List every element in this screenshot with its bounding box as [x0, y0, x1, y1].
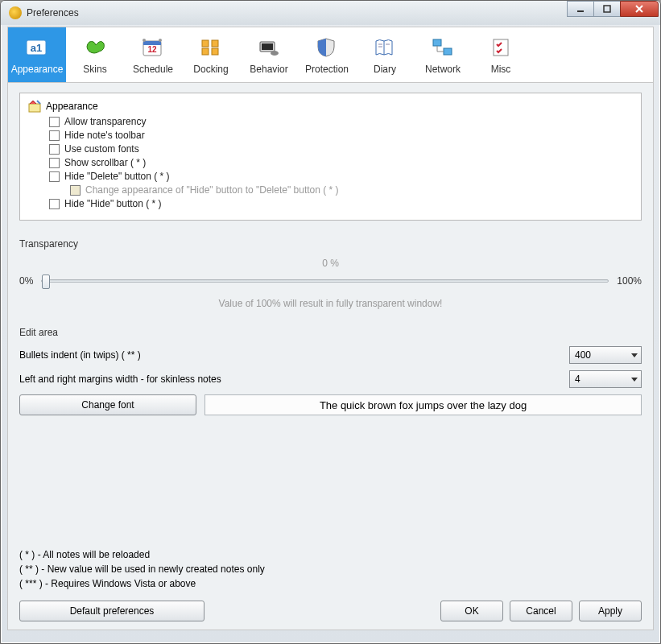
svg-rect-23: [29, 104, 40, 112]
select-value: 4: [575, 374, 580, 385]
edit-area-title: Edit area: [19, 327, 642, 338]
tab-protection[interactable]: Protection: [298, 27, 356, 82]
behavior-icon: [256, 35, 282, 60]
ok-button[interactable]: OK: [440, 601, 503, 621]
svg-rect-10: [212, 40, 218, 47]
apply-button[interactable]: Apply: [579, 601, 642, 621]
tab-docking[interactable]: Docking: [182, 27, 240, 82]
tab-misc[interactable]: Misc: [472, 27, 530, 82]
checkbox-icon[interactable]: [49, 158, 60, 168]
tab-network[interactable]: Network: [414, 27, 472, 82]
tab-label: Docking: [193, 64, 228, 75]
font-sample: The quick brown fox jumps over the lazy …: [204, 394, 642, 415]
tab-label: Protection: [305, 64, 349, 75]
protection-icon: [314, 35, 340, 60]
svg-rect-0: [577, 10, 584, 12]
checkbox-icon[interactable]: [49, 144, 60, 155]
tabstrip: a1 Appearance Skins 12 Schedule Docking …: [7, 27, 654, 83]
svg-rect-9: [202, 40, 209, 47]
cancel-button[interactable]: Cancel: [510, 601, 572, 621]
skins-icon: [82, 35, 108, 60]
tree-root-label: Appearance: [46, 101, 98, 112]
option-change-hide-to-delete: Change appearance of "Hide" button to "D…: [70, 184, 633, 196]
network-icon: [430, 35, 456, 60]
select-value: 400: [575, 349, 591, 361]
minimize-button[interactable]: [567, 1, 594, 17]
slider-min-label: 0%: [19, 275, 33, 287]
maximize-button[interactable]: [593, 1, 621, 17]
appearance-tree-icon: [28, 100, 41, 113]
appearance-icon: a1: [24, 35, 50, 60]
tab-label: Behavior: [250, 64, 287, 75]
docking-icon: [198, 35, 224, 60]
svg-point-15: [271, 51, 279, 56]
svg-point-7: [143, 39, 146, 42]
footer: Default preferences OK Cancel Apply: [19, 601, 642, 621]
tree-root[interactable]: Appearance: [28, 100, 633, 113]
svg-rect-20: [433, 39, 441, 46]
option-hide-hide[interactable]: Hide "Hide" button ( * ): [49, 198, 633, 209]
footnote-1: ( * ) - All notes will be reloaded: [19, 549, 642, 560]
svg-text:a1: a1: [31, 42, 42, 54]
footnotes: ( * ) - All notes will be reloaded ( ** …: [19, 546, 642, 592]
transparency-group: Transparency 0 % 0% 100% Value of 100% w…: [19, 238, 642, 309]
svg-rect-12: [212, 48, 218, 55]
option-allow-transparency[interactable]: Allow transparency: [49, 116, 633, 127]
svg-text:12: 12: [147, 45, 157, 54]
diary-icon: [372, 35, 398, 60]
edit-area-group: Edit area Bullets indent (in twips) ( **…: [19, 327, 642, 415]
footnote-2: ( ** ) - New value will be used in newly…: [19, 564, 642, 575]
window-title: Preferences: [27, 7, 79, 19]
slider-thumb[interactable]: [42, 275, 50, 289]
transparency-value-label: 0 %: [19, 258, 642, 269]
transparency-slider[interactable]: [41, 279, 609, 283]
checkbox-icon: [70, 185, 81, 196]
tab-label: Appearance: [11, 64, 64, 75]
tab-diary[interactable]: Diary: [356, 27, 414, 82]
app-icon: [9, 6, 22, 19]
option-hide-delete[interactable]: Hide "Delete" button ( * ): [49, 171, 633, 182]
svg-rect-14: [262, 43, 273, 50]
margins-label: Left and right margins width - for skinl…: [19, 374, 221, 385]
option-hide-toolbar[interactable]: Hide note's toolbar: [49, 130, 633, 141]
checkbox-icon[interactable]: [49, 199, 60, 209]
svg-rect-22: [494, 39, 508, 56]
svg-rect-21: [444, 48, 452, 55]
default-preferences-button[interactable]: Default preferences: [19, 601, 204, 621]
svg-rect-1: [604, 6, 610, 12]
tab-label: Skins: [83, 64, 106, 75]
bullets-indent-label: Bullets indent (in twips) ( ** ): [19, 349, 141, 361]
slider-max-label: 100%: [617, 275, 642, 287]
chevron-down-icon: [631, 353, 638, 357]
svg-point-8: [159, 39, 162, 42]
content-area: Appearance Allow transparency Hide note'…: [7, 83, 654, 630]
misc-icon: [488, 35, 514, 60]
tab-label: Network: [425, 64, 461, 75]
tab-label: Misc: [491, 64, 511, 75]
option-show-scrollbar[interactable]: Show scrollbar ( * ): [49, 157, 633, 168]
appearance-panel: Appearance Allow transparency Hide note'…: [19, 93, 642, 221]
tab-schedule[interactable]: 12 Schedule: [124, 27, 182, 82]
titlebar[interactable]: Preferences: [1, 1, 660, 25]
option-custom-fonts[interactable]: Use custom fonts: [49, 143, 633, 155]
margins-select[interactable]: 4: [569, 370, 642, 388]
tab-appearance[interactable]: a1 Appearance: [8, 27, 66, 82]
checkbox-icon[interactable]: [49, 171, 60, 182]
preferences-window: Preferences a1 Appearance Skins 12 Sched…: [0, 0, 661, 644]
transparency-hint: Value of 100% will result in fully trans…: [19, 298, 642, 309]
tab-label: Schedule: [133, 64, 173, 75]
bullets-indent-select[interactable]: 400: [569, 346, 642, 364]
close-button[interactable]: [620, 1, 659, 17]
window-controls: [568, 1, 659, 17]
transparency-title: Transparency: [19, 238, 642, 250]
checkbox-icon[interactable]: [49, 117, 60, 127]
change-font-button[interactable]: Change font: [19, 394, 196, 415]
footnote-3: ( *** ) - Requires Windows Vista or abov…: [19, 578, 642, 589]
tab-behavior[interactable]: Behavior: [240, 27, 298, 82]
tab-skins[interactable]: Skins: [66, 27, 124, 82]
schedule-icon: 12: [140, 35, 166, 60]
chevron-down-icon: [631, 378, 638, 382]
tab-label: Diary: [374, 64, 396, 75]
checkbox-icon[interactable]: [49, 130, 60, 141]
svg-rect-11: [202, 48, 209, 55]
